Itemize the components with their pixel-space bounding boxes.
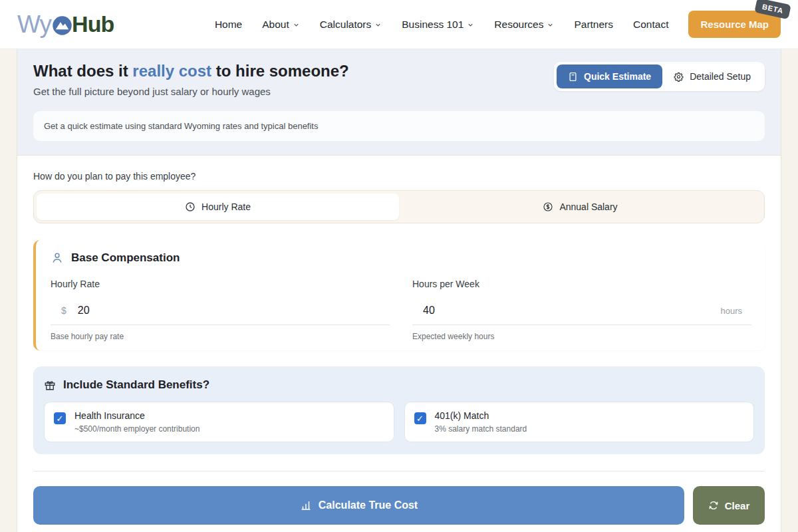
logo-text-wy: Wy	[17, 11, 51, 39]
info-banner: Get a quick estimate using standard Wyom…	[33, 111, 765, 141]
bar-chart-icon	[300, 499, 312, 511]
benefit-label: Health Insurance	[74, 410, 200, 421]
hourly-rate-input[interactable]	[78, 305, 380, 317]
gear-icon	[674, 72, 684, 82]
page-subtitle: Get the full picture beyond just salary …	[33, 86, 349, 97]
mode-toggle: Quick Estimate Detailed Setup	[554, 62, 765, 91]
calculate-true-cost-button[interactable]: Calculate True Cost	[33, 486, 684, 525]
clear-button[interactable]: Clear	[693, 486, 765, 525]
resource-map-cta-wrap: Resource Map BETA	[688, 11, 781, 38]
section-title: Base Compensation	[71, 251, 180, 265]
hourly-rate-field: Hourly Rate $ Base hourly pay rate	[51, 279, 390, 341]
benefits-section: Include Standard Benefits? Health Insura…	[33, 366, 765, 454]
title-block: What does it really cost to hire someone…	[33, 62, 349, 97]
mountain-logo-icon	[52, 15, 72, 36]
calculator-icon	[568, 72, 578, 82]
clock-icon	[185, 201, 196, 212]
top-navigation: Wy Hub Home About Calculators Business 1…	[0, 0, 798, 49]
annual-salary-option[interactable]: Annual Salary	[399, 194, 761, 220]
detailed-setup-tab[interactable]: Detailed Setup	[662, 65, 762, 88]
title-highlight: really cost	[132, 62, 211, 80]
field-helper: Base hourly pay rate	[51, 332, 390, 341]
health-insurance-benefit[interactable]: Health Insurance ~$500/month employer co…	[44, 402, 394, 442]
nav-item-contact[interactable]: Contact	[633, 19, 668, 31]
hourly-rate-option[interactable]: Hourly Rate	[37, 194, 399, 220]
person-icon	[51, 251, 64, 265]
quick-estimate-tab[interactable]: Quick Estimate	[557, 65, 662, 88]
benefit-description: ~$500/month employer contribution	[74, 424, 200, 434]
benefit-label: 401(k) Match	[435, 410, 527, 421]
nav-item-about[interactable]: About	[262, 19, 300, 31]
refresh-icon	[708, 500, 719, 511]
gift-icon	[44, 379, 56, 391]
nav-links: Home About Calculators Business 101 Reso…	[215, 19, 669, 31]
chevron-down-icon	[467, 21, 474, 29]
divider	[33, 471, 765, 471]
action-buttons: Calculate True Cost Clear	[33, 486, 765, 525]
field-helper: Expected weekly hours	[412, 332, 751, 341]
nav-item-resources[interactable]: Resources	[494, 19, 554, 31]
nav-item-business-101[interactable]: Business 101	[402, 19, 474, 31]
benefit-description: 3% salary match standard	[435, 424, 527, 434]
calculator-header: What does it really cost to hire someone…	[17, 49, 781, 156]
hours-suffix: hours	[720, 306, 742, 316]
chevron-down-icon	[374, 21, 382, 29]
hours-per-week-input[interactable]	[423, 305, 720, 317]
calculator-card: What does it really cost to hire someone…	[17, 49, 781, 532]
pay-type-toggle: Hourly Rate Annual Salary	[33, 190, 765, 223]
section-title: Include Standard Benefits?	[63, 378, 209, 392]
wyohub-logo[interactable]: Wy Hub	[17, 11, 114, 39]
hours-per-week-field: Hours per Week hours Expected weekly hou…	[412, 279, 751, 341]
checkbox-checked-icon[interactable]	[54, 412, 66, 424]
nav-item-calculators[interactable]: Calculators	[320, 19, 382, 31]
dollar-circle-icon	[543, 201, 553, 212]
field-label: Hourly Rate	[51, 279, 390, 289]
checkbox-checked-icon[interactable]	[414, 412, 426, 424]
field-label: Hours per Week	[412, 279, 751, 289]
nav-item-home[interactable]: Home	[215, 19, 242, 31]
logo-text-hub: Hub	[72, 11, 114, 37]
chevron-down-icon	[547, 21, 554, 29]
chevron-down-icon	[293, 21, 300, 29]
nav-item-partners[interactable]: Partners	[574, 19, 613, 31]
401k-match-benefit[interactable]: 401(k) Match 3% salary match standard	[404, 402, 755, 442]
base-compensation-section: Base Compensation Hourly Rate $ Base hou…	[33, 240, 765, 350]
page-title: What does it really cost to hire someone…	[33, 62, 349, 80]
pay-type-question: How do you plan to pay this employee?	[33, 171, 765, 182]
calculator-form: How do you plan to pay this employee? Ho…	[17, 156, 781, 525]
dollar-prefix: $	[61, 305, 66, 316]
